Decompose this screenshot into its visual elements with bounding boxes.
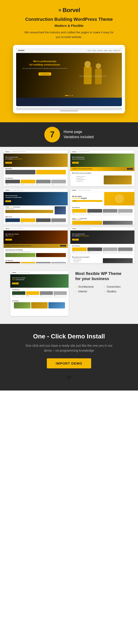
mini-hero-circle-v4 (115, 194, 124, 203)
mini-cta-v4[interactable]: Contact (72, 200, 102, 202)
feature-item-architecture: Architecture (75, 285, 99, 288)
mini-links-v7: Home Services Blog Contact (18, 272, 30, 273)
mini-cta-v3[interactable]: Discover (5, 200, 11, 202)
mini-banner-cta-v5[interactable]: Contact Us (60, 245, 66, 246)
mini-card-v5-1: Build (5, 262, 20, 263)
mini-cta-v7[interactable]: Get Started (12, 282, 19, 284)
sites-grid: ✈ Borvel Home About Services Blog Contac… (0, 147, 138, 267)
mockup-cta-button[interactable]: Get Appointment (39, 72, 51, 76)
mini-links-v2: Home About Services Blog (78, 151, 89, 152)
mini-card-2: Service (21, 180, 35, 186)
mini-experience-desc-v5: We have provided outstanding quality and… (5, 252, 66, 252)
mini-hero-v1: We're professionalsfor building construc… (4, 154, 68, 167)
demo-description: One click and you have a ready site just… (24, 343, 114, 353)
mini-links-v1: Home About Services Blog Contact (12, 151, 26, 152)
mini-col-left-v2: Quality Work Guaranteed Experienced Team… (72, 174, 103, 185)
logo-text: Borvel (63, 7, 80, 14)
mini-card-v5-3: Plan (36, 262, 51, 263)
mini-services-section-v7: Our Services Build Design Plan Work (10, 288, 69, 299)
site-v5-screen: ✈ Borvel Home Services Blog Contact We b… (4, 227, 68, 263)
site-v4-card[interactable]: ✈ Borvel Home About Services Contact We … (70, 189, 134, 225)
mini-hero-v6: We're professionalsfor building construc… (70, 230, 134, 244)
site-v7-screen: ✈ Borvel Home Services Blog Contact (10, 271, 69, 316)
mini-img-row-v1 (5, 170, 66, 174)
mini-what-title-v1: What We Do (5, 168, 66, 169)
mini-services-title-v7: Our Services (12, 289, 67, 290)
mini-hero-v2: We're professionalgrow your business Lea… (70, 154, 134, 167)
mini-hero-content-v2: We're professionalgrow your business Lea… (70, 155, 87, 166)
mini-nav-v5: ✈ Borvel Home Services Blog Contact (4, 227, 68, 230)
mini-logo-v6: ✈ Borvel (72, 228, 76, 229)
sites-grid-inner: ✈ Borvel Home About Services Blog Contac… (4, 150, 134, 263)
import-demo-button[interactable]: IMPORT DEMO (47, 358, 91, 368)
mini-cards-v6: Build Design Plan Work (72, 248, 133, 254)
mini-cta-v6[interactable]: Learn More (72, 239, 79, 240)
mini-why-section-v6: Why choose us for your project? Quality … (70, 256, 134, 263)
mini-trust-img2-v4 (103, 221, 133, 225)
mini-services-section-v1: Our Services Building Service Work Plan (4, 176, 68, 186)
mini-card-v6-2: Design (87, 248, 102, 254)
features-section: ✈ Borvel Home Services Blog Contact (4, 267, 134, 320)
mini-hero-content-v1: We're professionalsfor building construc… (4, 155, 24, 166)
mini-trust-left-v3: A fully trusted Construction Mechanical … (5, 206, 53, 214)
mini-right-image-v2 (104, 176, 132, 184)
svg-point-3 (96, 63, 101, 68)
svg-rect-4 (79, 75, 106, 77)
mini-card-v4-4: Work (118, 209, 133, 216)
mini-trust-img-v3 (5, 210, 53, 213)
mini-project-2-v7 (31, 302, 48, 308)
site-v3-screen: ✈ Borvel Home About Services Contact We'… (4, 189, 68, 225)
mini-card-v5-2: Design (21, 262, 35, 263)
mini-hero-v3: We're professionalContractor to build ho… (4, 192, 68, 206)
mini-services-section-v5: Our Services Build Design Plan Work (4, 258, 68, 263)
mini-trust-sub-v3: Mechanical Service (5, 208, 53, 209)
mini-services-title-v5: Our Services (5, 260, 66, 261)
site-v1-card[interactable]: ✈ Borvel Home About Services Blog Contac… (4, 150, 68, 186)
mini-card-v3-1: Build (5, 218, 20, 225)
laptop-stand (60, 110, 78, 112)
mini-exp-img2-v5 (36, 253, 66, 257)
mini-nav-v7: ✈ Borvel Home Services Blog Contact (10, 271, 69, 274)
mini-img-2 (36, 170, 66, 174)
mini-cards-v4: Build Design Plan Work (72, 209, 133, 216)
mini-experience-section-v5: Great Experience for Building We have pr… (4, 248, 68, 258)
badge-text: Home page Variations included (64, 130, 94, 140)
site-v7: ✈ Borvel Home Services Blog Contact (10, 271, 69, 316)
mini-checklist-v2: Quality Work Guaranteed Experienced Team… (73, 176, 101, 183)
demo-section: One - Click Demo Install One click and y… (0, 324, 138, 391)
features-title: Most flexible WP Theme for your business (75, 271, 128, 282)
site-v2-card[interactable]: ✈ Borvel Home About Services Blog We're … (70, 150, 134, 186)
site-v2-screen: ✈ Borvel Home About Services Blog We're … (70, 150, 134, 186)
site-v3-card[interactable]: ✈ Borvel Home About Services Contact We'… (4, 189, 68, 225)
mini-trust-building-v3 (55, 206, 66, 214)
site-v5-card[interactable]: ✈ Borvel Home Services Blog Contact We b… (4, 227, 68, 263)
mini-cta-v2[interactable]: Learn More (72, 162, 79, 164)
hero-title: Construction Building WordPress Theme (5, 17, 133, 22)
mini-trust-imgs-v4 (72, 221, 133, 225)
mini-cta-v5[interactable]: Learn More (5, 239, 12, 240)
mini-logo-v4: ✈ Borvel (72, 190, 76, 191)
mini-why-title-v6: Why choose us for your project? (72, 256, 133, 258)
mini-cta-v1[interactable]: Get Started (5, 162, 12, 164)
features-list: Architecture Consrction Interior Studios (75, 285, 128, 293)
mini-card-3: Work (36, 180, 51, 186)
feature-item-construction: Consrction (104, 285, 128, 288)
mockup-nav-link-about: About (92, 50, 96, 51)
bottom-section: ✈ Borvel Home Services Blog Contact (0, 267, 138, 324)
mini-cards-v7: Build Design Plan Work (12, 291, 67, 298)
mini-what-do-v1: What We Do (4, 167, 68, 176)
logo-area: ✈ Borvel (5, 7, 133, 14)
mini-banner-cta-v2[interactable]: Contact Us (127, 168, 133, 170)
site-v6-card[interactable]: ✈ Borvel Home About Services Contact We'… (70, 227, 134, 263)
site-v7-card[interactable]: ✈ Borvel Home Services Blog Contact (10, 271, 69, 316)
mockup-nav-link-blog: Blog (109, 50, 111, 51)
laptop-screen: Buildio Home About Services Pages Blog C… (16, 48, 122, 106)
mockup-nav-link-pages: Pages (104, 50, 107, 51)
mini-card-1: Building (5, 180, 20, 186)
site-v6-screen: ✈ Borvel Home About Services Contact We'… (70, 227, 134, 263)
mini-why-title-v2: Why choose us for your project? (72, 172, 133, 174)
mini-trust-img1-v4 (72, 221, 102, 225)
mini-services-title-v4: Our Services (72, 207, 133, 208)
site-v6: ✈ Borvel Home About Services Contact We'… (70, 227, 134, 263)
laptop-screen-inner: Buildio Home About Services Pages Blog C… (16, 48, 122, 106)
